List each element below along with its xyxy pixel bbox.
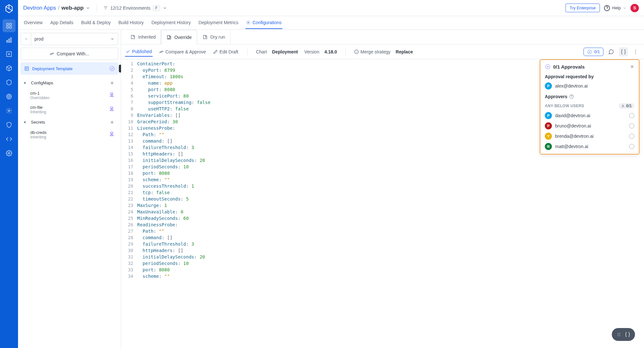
- env-name: prod: [31, 36, 107, 42]
- tab-build-deploy[interactable]: Build & Deploy: [80, 17, 111, 29]
- svg-rect-3: [10, 26, 12, 28]
- avatar: P: [545, 122, 552, 129]
- approval-icon: [545, 64, 551, 70]
- tree-group-secrets[interactable]: ▾Secrets＋: [21, 117, 118, 127]
- nav-code-icon[interactable]: [3, 133, 15, 146]
- breadcrumb-parent[interactable]: Devtron Apps: [23, 5, 56, 11]
- svg-point-23: [635, 51, 636, 52]
- braces-icon: [625, 332, 630, 337]
- pending-icon: [629, 134, 634, 139]
- nav-add-icon[interactable]: [3, 48, 15, 61]
- info-icon: [354, 50, 359, 54]
- add-icon[interactable]: ＋: [109, 118, 115, 126]
- filter-icon: [103, 6, 108, 10]
- svg-point-24: [635, 53, 636, 54]
- mode-override[interactable]: Override: [161, 30, 197, 44]
- approval-pending-icon: [109, 66, 115, 71]
- try-enterprise-button[interactable]: Try Enterprise: [565, 4, 600, 12]
- content-area: InheritedOverrideDry run Published Compa…: [121, 30, 644, 348]
- help-icon[interactable]: [569, 94, 574, 99]
- approval-icon: [587, 49, 592, 54]
- tab-configurations[interactable]: Configurations: [245, 17, 282, 29]
- avatar: P: [545, 82, 552, 89]
- requester: P alex@devtron.ai: [545, 82, 634, 89]
- chevron-down-icon: [623, 6, 627, 10]
- nav-target-icon[interactable]: [3, 90, 15, 103]
- chevron-down-icon[interactable]: [107, 37, 118, 41]
- more-icon[interactable]: [631, 47, 640, 56]
- help-label: Help: [612, 5, 621, 10]
- file-icon: [166, 35, 172, 40]
- pending-icon: [629, 123, 634, 128]
- svg-point-9: [8, 95, 10, 98]
- app-tabs: OverviewApp DetailsBuild & DeployBuild H…: [18, 16, 644, 30]
- chevron-down-icon: ▾: [24, 80, 29, 85]
- tree-deployment-template[interactable]: Deployment Template Approval Pending: [21, 62, 118, 75]
- tab-deployment-history[interactable]: Deployment History: [151, 17, 191, 29]
- stamp-icon: [109, 92, 114, 97]
- tab-deployment-metrics[interactable]: Deployment Metrics: [198, 17, 239, 29]
- svg-point-12: [8, 153, 10, 154]
- user-avatar[interactable]: S: [630, 4, 639, 12]
- chart-info: Chart Deployment Version 4.18.0: [256, 49, 337, 54]
- edit-draft-tab[interactable]: Edit Draft: [213, 47, 239, 56]
- floating-format-button[interactable]: [612, 328, 635, 341]
- env-back-button[interactable]: [21, 33, 31, 45]
- help-menu[interactable]: Help: [604, 5, 627, 11]
- compare-label: Compare With...: [57, 51, 89, 56]
- nav-package-icon[interactable]: [3, 76, 15, 89]
- mode-dry-run[interactable]: Dry run: [197, 30, 231, 44]
- tab-overview[interactable]: Overview: [23, 17, 43, 29]
- nav-cube-icon[interactable]: [3, 62, 15, 75]
- editor-toolbar: Published Compare & Approve Edit Draft C…: [121, 44, 644, 59]
- mode-tabs: InheritedOverrideDry run: [121, 30, 644, 44]
- divider: [97, 5, 97, 12]
- env-count-label: 12/12 Environments: [110, 5, 151, 11]
- approver-email: david@devtron.ai: [555, 113, 590, 118]
- env-filter[interactable]: 12/12 Environments F: [103, 5, 167, 11]
- tab-app-details[interactable]: App Details: [50, 17, 74, 29]
- svg-point-14: [248, 22, 249, 23]
- nav-apps-icon[interactable]: [3, 19, 15, 32]
- tree-leaf-db-creds[interactable]: db-credsInheriting: [21, 127, 118, 142]
- nav-shield-icon[interactable]: [3, 118, 15, 131]
- stamp-icon: [109, 106, 114, 111]
- svg-point-30: [618, 334, 618, 335]
- approvals-panel: 0/1 Approvals Approval requested by P al…: [540, 59, 639, 155]
- chevron-down-icon[interactable]: [86, 6, 90, 10]
- drag-icon: [616, 332, 621, 337]
- tree-leaf-cm-file[interactable]: cm-fileInheriting: [21, 102, 118, 117]
- tab-build-history[interactable]: Build History: [118, 17, 145, 29]
- compare-approve-tab[interactable]: Compare & Approve: [158, 47, 207, 56]
- avatar: Y: [545, 133, 552, 140]
- chevron-down-icon: ▾: [24, 120, 29, 125]
- swap-icon: [159, 50, 164, 54]
- svg-point-33: [620, 335, 620, 336]
- braces-icon[interactable]: [619, 47, 628, 56]
- mode-inherited[interactable]: Inherited: [125, 30, 161, 44]
- svg-rect-17: [111, 93, 113, 94]
- kbd-hint: F: [153, 5, 160, 11]
- svg-point-28: [618, 333, 618, 334]
- pending-icon: [629, 113, 634, 118]
- close-icon[interactable]: [630, 64, 634, 69]
- requester-email: alex@devtron.ai: [555, 83, 588, 89]
- svg-rect-5: [8, 39, 9, 42]
- nav-settings-icon[interactable]: [3, 147, 15, 160]
- breadcrumb-app[interactable]: web-app: [62, 5, 84, 11]
- nav-gear-icon[interactable]: [3, 104, 15, 117]
- approver-row: Pdavid@devtron.ai: [545, 112, 634, 119]
- add-icon[interactable]: ＋: [109, 79, 115, 87]
- devtron-logo: [4, 3, 14, 14]
- comment-icon[interactable]: [607, 47, 616, 56]
- swap-icon: [50, 52, 54, 56]
- svg-point-31: [620, 334, 620, 335]
- published-tab[interactable]: Published: [125, 47, 153, 57]
- nav-chart-icon[interactable]: [3, 33, 15, 46]
- compare-with-button[interactable]: Compare With...: [21, 48, 118, 60]
- breadcrumb[interactable]: Devtron Apps / web-app: [23, 5, 90, 11]
- env-selector[interactable]: prod: [21, 33, 118, 45]
- approval-count-pill[interactable]: 0/1: [583, 48, 603, 56]
- tree-group-configmaps[interactable]: ▾ConfigMaps＋: [21, 77, 118, 88]
- tree-leaf-cm-1[interactable]: cm-1Overridden: [21, 88, 118, 102]
